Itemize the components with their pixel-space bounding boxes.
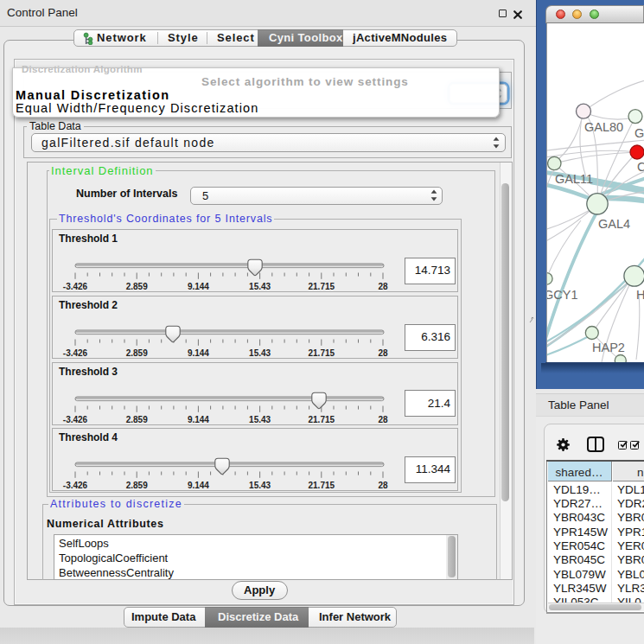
svg-text:GCY1: GCY1 bbox=[547, 288, 578, 302]
svg-text:-3.426: -3.426 bbox=[63, 481, 88, 490]
svg-text:9.144: 9.144 bbox=[188, 282, 209, 291]
svg-text:21.715: 21.715 bbox=[309, 282, 335, 291]
svg-text:28: 28 bbox=[378, 481, 388, 490]
svg-text:GAL80: GAL80 bbox=[584, 120, 623, 134]
svg-text:15.43: 15.43 bbox=[249, 348, 271, 358]
svg-text:GAL4: GAL4 bbox=[598, 217, 630, 231]
svg-text:2.859: 2.859 bbox=[126, 282, 148, 291]
svg-text:HA: HA bbox=[636, 288, 644, 302]
svg-text:2.859: 2.859 bbox=[126, 481, 148, 490]
svg-text:15.43: 15.43 bbox=[249, 414, 271, 424]
svg-text:2.859: 2.859 bbox=[126, 414, 148, 424]
svg-text:9.144: 9.144 bbox=[188, 481, 209, 490]
svg-text:21.715: 21.715 bbox=[309, 414, 335, 424]
svg-text:28: 28 bbox=[378, 348, 388, 358]
svg-text:21.715: 21.715 bbox=[309, 348, 335, 358]
svg-text:28: 28 bbox=[378, 414, 388, 424]
svg-text:9.144: 9.144 bbox=[188, 414, 209, 424]
svg-text:-3.426: -3.426 bbox=[63, 414, 88, 424]
svg-text:15.43: 15.43 bbox=[249, 282, 271, 291]
svg-text:15.43: 15.43 bbox=[249, 481, 271, 490]
svg-text:9.144: 9.144 bbox=[188, 348, 209, 358]
svg-text:21.715: 21.715 bbox=[309, 481, 335, 490]
svg-text:CD: CD bbox=[637, 160, 644, 174]
svg-text:-3.426: -3.426 bbox=[63, 348, 88, 358]
svg-text:GAL11: GAL11 bbox=[555, 172, 593, 186]
svg-text:HAP2: HAP2 bbox=[592, 341, 625, 354]
svg-text:28: 28 bbox=[378, 282, 388, 291]
svg-text:-3.426: -3.426 bbox=[63, 282, 88, 291]
svg-text:2.859: 2.859 bbox=[126, 348, 148, 358]
svg-text:GA: GA bbox=[634, 126, 644, 140]
